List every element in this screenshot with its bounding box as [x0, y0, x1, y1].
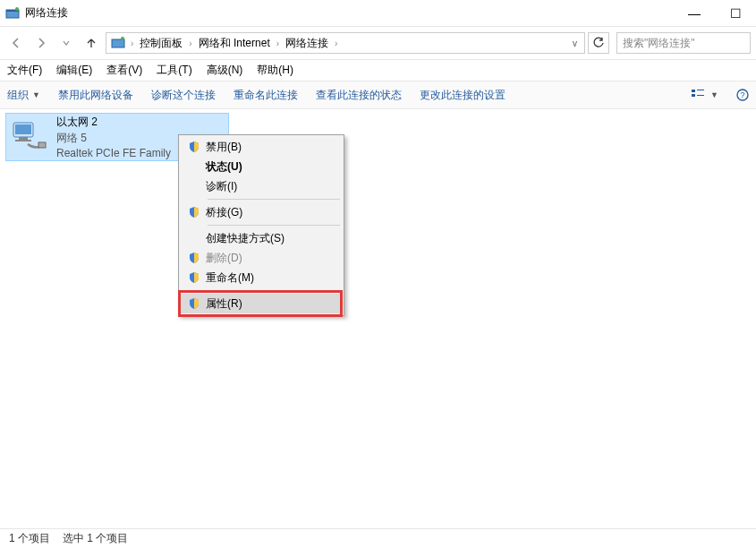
control-panel-icon	[110, 35, 126, 51]
connection-name: 以太网 2	[56, 115, 171, 130]
context-menu-label: 重命名(M)	[206, 270, 254, 286]
dropdown-caret-icon[interactable]: v	[569, 39, 581, 48]
menu-separator	[208, 225, 340, 226]
connection-device: Realtek PCIe FE Family	[56, 147, 171, 159]
svg-rect-12	[15, 124, 31, 134]
svg-rect-14	[15, 140, 31, 141]
context-menu-label: 创建快捷方式(S)	[206, 231, 285, 246]
no-icon	[188, 232, 200, 244]
chevron-right-icon: ›	[128, 39, 136, 48]
breadcrumb-item[interactable]: 网络和 Internet	[197, 36, 272, 51]
svg-rect-7	[697, 90, 704, 90]
view-options-button[interactable]: ▼	[691, 88, 718, 102]
help-button[interactable]: ?	[736, 89, 749, 101]
maximize-button[interactable]: ☐	[715, 0, 756, 27]
context-menu-item[interactable]: 诊断(I)	[181, 176, 342, 196]
svg-point-2	[15, 7, 19, 11]
minimize-button[interactable]: —	[674, 0, 715, 27]
no-icon	[188, 180, 200, 193]
menu-separator	[208, 199, 340, 200]
toolbar-status[interactable]: 查看此连接的状态	[316, 88, 402, 103]
svg-text:?: ?	[740, 90, 744, 99]
context-menu-label: 状态(U)	[206, 159, 242, 175]
no-icon	[188, 160, 200, 173]
context-menu-item[interactable]: 创建快捷方式(S)	[181, 228, 342, 248]
svg-rect-3	[112, 39, 124, 47]
forward-button[interactable]	[30, 32, 52, 54]
ethernet-icon	[10, 117, 49, 157]
toolbar-settings[interactable]: 更改此连接的设置	[420, 88, 505, 103]
breadcrumb-item[interactable]: 网络连接	[284, 36, 330, 51]
context-menu-item[interactable]: 属性(R)	[181, 294, 342, 313]
context-menu-item: 删除(D)	[181, 248, 342, 268]
window-icon	[5, 6, 20, 21]
context-menu-label: 禁用(B)	[206, 140, 242, 155]
menu-help[interactable]: 帮助(H)	[257, 63, 293, 78]
chevron-right-icon: ›	[274, 39, 282, 48]
svg-rect-8	[697, 95, 704, 96]
toolbar: 组织 ▼ 禁用此网络设备 诊断这个连接 重命名此连接 查看此连接的状态 更改此连…	[0, 81, 756, 109]
context-menu-label: 删除(D)	[206, 251, 242, 266]
svg-point-4	[121, 37, 124, 40]
statusbar: 1 个项目 选中 1 个项目	[0, 528, 756, 548]
context-menu-label: 桥接(G)	[206, 205, 242, 220]
toolbar-rename[interactable]: 重命名此连接	[234, 88, 298, 103]
menu-tools[interactable]: 工具(T)	[157, 63, 191, 78]
menu-file[interactable]: 文件(F)	[7, 63, 42, 78]
menubar: 文件(F) 编辑(E) 查看(V) 工具(T) 高级(N) 帮助(H)	[0, 59, 756, 81]
back-button[interactable]	[5, 32, 27, 54]
context-menu-label: 属性(R)	[206, 296, 242, 312]
breadcrumb-item[interactable]: 控制面板	[138, 36, 184, 51]
svg-rect-5	[692, 90, 695, 92]
organize-button[interactable]: 组织 ▼	[7, 88, 40, 103]
svg-rect-15	[38, 142, 46, 148]
status-selected-count: 选中 1 个项目	[63, 531, 128, 546]
toolbar-diagnose[interactable]: 诊断这个连接	[151, 88, 216, 103]
context-menu-item[interactable]: 桥接(G)	[181, 202, 342, 222]
dropdown-caret-icon: ▼	[710, 90, 718, 99]
recent-dropdown[interactable]	[55, 32, 77, 54]
context-menu: 禁用(B)状态(U)诊断(I)桥接(G)创建快捷方式(S)删除(D)重命名(M)…	[178, 134, 344, 316]
connection-status: 网络 5	[56, 131, 171, 146]
menu-advanced[interactable]: 高级(N)	[207, 63, 243, 78]
titlebar-controls: — ☐	[674, 0, 756, 27]
chevron-right-icon: ›	[332, 39, 340, 48]
context-menu-item[interactable]: 禁用(B)	[181, 137, 342, 157]
up-button[interactable]	[81, 32, 102, 54]
window-title: 网络连接	[25, 5, 674, 21]
addressbar: › 控制面板 › 网络和 Internet › 网络连接 › v 搜索"网络连接…	[0, 27, 756, 59]
titlebar: 网络连接 — ☐	[0, 0, 756, 27]
status-item-count: 1 个项目	[9, 531, 50, 546]
svg-rect-13	[19, 137, 28, 140]
menu-edit[interactable]: 编辑(E)	[56, 63, 92, 78]
menu-separator	[208, 290, 340, 291]
menu-view[interactable]: 查看(V)	[106, 63, 142, 78]
search-placeholder: 搜索"网络连接"	[623, 36, 695, 51]
svg-rect-6	[692, 94, 695, 97]
search-input[interactable]: 搜索"网络连接"	[616, 32, 751, 54]
dropdown-caret-icon: ▼	[32, 90, 40, 99]
connection-text: 以太网 2 网络 5 Realtek PCIe FE Family	[56, 115, 171, 159]
content-area: 以太网 2 网络 5 Realtek PCIe FE Family 禁用(B)状…	[0, 109, 756, 528]
context-menu-item[interactable]: 重命名(M)	[181, 268, 342, 287]
toolbar-disable[interactable]: 禁用此网络设备	[58, 88, 133, 103]
context-menu-label: 诊断(I)	[206, 179, 237, 194]
refresh-button[interactable]	[588, 32, 609, 54]
chevron-right-icon: ›	[186, 39, 194, 48]
context-menu-item[interactable]: 状态(U)	[181, 157, 342, 176]
breadcrumb[interactable]: › 控制面板 › 网络和 Internet › 网络连接 › v	[106, 32, 585, 54]
